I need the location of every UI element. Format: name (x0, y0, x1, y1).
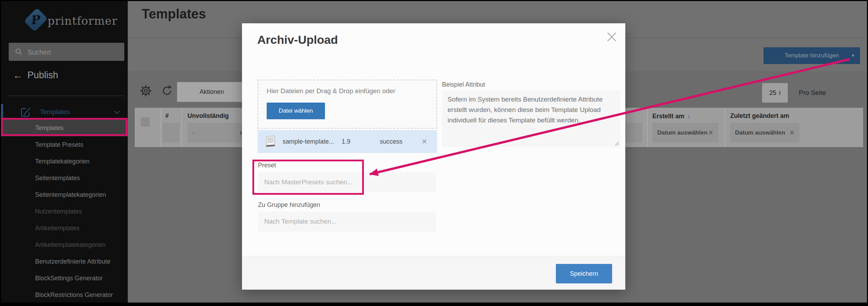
back-label: Publish (27, 70, 58, 81)
logo-letter: P (26, 10, 45, 29)
created-label: Erstellt am (652, 113, 684, 120)
actions-dropdown-button[interactable]: Aktionen (177, 82, 247, 102)
column-separator (725, 108, 725, 147)
sidebar-submenu: Templates Template Presets Templatekateg… (1, 120, 128, 303)
app-window: P printformer ← Publish Templates (1, 1, 867, 303)
group-label: Zu Gruppe hinzufügen (258, 201, 320, 209)
printformer-logo[interactable]: P printformer (26, 9, 106, 32)
preset-label: Preset (258, 162, 276, 169)
search-input[interactable] (27, 43, 118, 62)
sidebar-item-templatekategorien[interactable]: Templatekategorien (1, 153, 128, 170)
chevron-down-icon (114, 111, 120, 114)
page-title: Templates (142, 7, 206, 22)
modified-date-placeholder: Datum auswählen (735, 129, 785, 136)
screenshot-frame: P printformer ← Publish Templates (0, 0, 868, 306)
column-header-created: Erstellt am↓ (652, 112, 691, 120)
choose-file-button[interactable]: Datei wählen (267, 103, 325, 119)
sort-desc-icon[interactable]: ↓ (687, 112, 691, 120)
column-separator (161, 108, 161, 147)
back-arrow-icon: ← (13, 71, 23, 80)
sidebar-item-template-presets[interactable]: Template Presets (1, 136, 128, 153)
column-header-incomplete: Unvollständig (187, 112, 229, 120)
sidebar-item-blocksettings-generator[interactable]: BlockSettings Generator (1, 270, 128, 287)
sidebar-item-seitentemplatekategorien[interactable]: Seitentemplatekategorien (1, 186, 128, 203)
clear-icon[interactable]: ✕ (708, 129, 713, 137)
sidebar-section-templates[interactable]: Templates (1, 104, 128, 120)
group-search-input[interactable] (258, 211, 436, 232)
sidebar-divider (9, 96, 124, 96)
incomplete-filter-select[interactable]: - ▴▾ (187, 123, 247, 143)
modified-date-filter[interactable]: Datum auswählen ✕ (730, 123, 800, 143)
refresh-icon[interactable] (161, 84, 173, 97)
sidebar-item-blockrestrictions-generator[interactable]: BlockRestrictions Generator (1, 287, 128, 303)
select-arrows-icon: ▴▾ (779, 90, 781, 95)
incomplete-filter-value: - (192, 129, 194, 136)
sidebar-item-templates[interactable]: Templates (1, 120, 128, 136)
search-icon (15, 48, 23, 56)
created-date-placeholder: Datum auswählen (657, 129, 708, 136)
settings-gear-icon[interactable] (139, 84, 152, 97)
caret-down-icon: ▼ (851, 53, 855, 58)
templates-edit-icon (19, 105, 32, 119)
document-icon (265, 135, 276, 148)
sidebar-item-artikeltemplates[interactable]: Artikeltemplates (1, 220, 128, 236)
save-button[interactable]: Speichern (556, 264, 612, 283)
column-separator (647, 108, 648, 147)
add-template-label: Template hinzufügen (785, 52, 839, 59)
clear-icon[interactable]: ✕ (789, 129, 795, 137)
column-separator (182, 108, 182, 147)
select-arrows-icon: ▴▾ (240, 130, 242, 135)
file-status: success (380, 138, 422, 145)
remove-file-icon[interactable]: ✕ (422, 137, 427, 146)
modal-footer: Speichern (242, 256, 625, 290)
dropzone-text: Hier Dateien per Drag & Drop einfügen od… (267, 87, 395, 95)
file-dropzone[interactable]: Hier Dateien per Drag & Drop einfügen od… (258, 80, 437, 129)
number-filter[interactable] (162, 123, 179, 143)
close-icon (608, 33, 616, 41)
sidebar-item-nutzentemplates[interactable]: Nutzentemplates (1, 203, 128, 220)
select-all-checkbox[interactable] (141, 118, 150, 127)
modal-title: Archiv-Upload (257, 33, 338, 47)
sidebar-item-artikeltemplatekategorien[interactable]: Artikeltemplatekategorien (1, 236, 128, 253)
sidebar-search[interactable] (9, 43, 124, 61)
created-date-filter[interactable]: Datum auswählen ✕ (652, 123, 718, 143)
back-to-publish-link[interactable]: ← Publish (13, 70, 58, 81)
per-page-label: Pro Seite (799, 83, 826, 103)
uploaded-file-row: sample-template... 1.9 success ✕ (258, 130, 437, 153)
preset-search-input[interactable] (258, 172, 436, 192)
section-label: Templates (40, 104, 70, 120)
resize-handle-icon[interactable] (614, 141, 619, 146)
attribute-textarea[interactable]: Sofern im System bereits Benutzerdefinie… (442, 90, 620, 147)
sidebar-item-seitentemplates[interactable]: Seitentemplates (1, 170, 128, 186)
add-template-button[interactable]: Template hinzufügen ▼ (763, 47, 860, 64)
attribute-label: Beispiel Attribut (442, 81, 485, 88)
archive-upload-modal: Archiv-Upload Hier Dateien per Drag & Dr… (242, 23, 625, 290)
column-header-modified: Zuletzt geändert am (730, 112, 789, 120)
file-version: 1.9 (342, 138, 380, 145)
sidebar: P printformer ← Publish Templates (1, 1, 128, 303)
modal-close-button[interactable] (607, 32, 617, 42)
per-page-select[interactable]: 25 ▴▾ (762, 83, 788, 103)
per-page-value: 25 (769, 89, 776, 97)
logo-wordmark: printformer (48, 9, 117, 32)
logo-diamond-icon: P (24, 8, 48, 32)
column-header-number: # (165, 112, 169, 120)
file-name: sample-template... (283, 138, 342, 145)
sidebar-item-benutzerdefinierte-attribute[interactable]: Benutzerdefinierte Attribute (1, 253, 128, 270)
